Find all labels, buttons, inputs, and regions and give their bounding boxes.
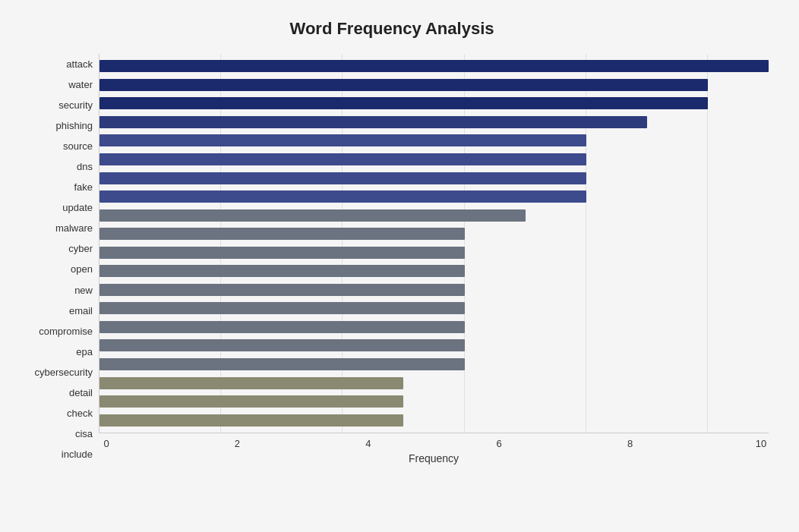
y-axis-label: update [62,203,93,212]
y-axis-label: security [58,100,93,110]
bar [99,79,708,91]
bar-row [99,245,769,260]
x-tick: 6 [491,438,507,449]
bar-row [99,96,769,111]
bar [99,339,465,351]
chart-container: Word Frequency Analysis attackwatersecur… [0,0,799,532]
bar-row [99,208,769,223]
y-axis-label: cisa [75,429,93,439]
bar [99,302,465,314]
bar [99,116,647,128]
bar [99,172,586,184]
bar-row [99,226,769,241]
bar-row [99,338,769,353]
bar [99,265,465,277]
bar [99,60,769,72]
chart-area: attackwatersecurityphishingsourcednsfake… [15,54,769,464]
chart-title: Word Frequency Analysis [15,15,769,39]
y-axis-label: compromise [39,326,93,336]
bar-row [99,189,769,204]
bar [99,414,403,427]
y-axis-label: cyber [68,244,93,253]
y-axis-label: new [74,285,93,295]
y-axis-label: source [63,141,93,151]
bar-row [99,171,769,186]
bar [99,228,465,240]
bar [99,247,465,259]
x-axis: 0246810 Frequency [99,433,769,464]
bar-row [99,320,769,335]
bar [99,153,586,165]
bar [99,284,465,296]
bar [99,190,586,203]
y-axis-label: water [68,80,93,90]
bar-row [99,413,769,428]
bar [99,209,526,222]
y-axis-label: include [62,449,93,459]
bar-row [99,58,769,74]
y-axis-label: detail [69,388,93,398]
bar-row [99,152,769,167]
x-tick: 4 [361,438,376,449]
y-axis-label: epa [76,347,93,357]
bar-row [99,133,769,148]
bars-inner [99,54,769,433]
bar [99,395,403,408]
y-axis-label: check [67,408,93,418]
y-axis-label: open [71,264,93,274]
y-axis-label: fake [74,182,93,192]
bar [99,97,708,109]
bar [99,377,403,389]
x-tick: 2 [229,438,245,449]
x-axis-label: Frequency [409,452,459,464]
x-tick: 10 [753,438,769,449]
bar [99,358,465,370]
bar-row [99,263,769,279]
y-axis: attackwatersecurityphishingsourcednsfake… [15,54,99,464]
bar [99,134,586,146]
bars-and-xaxis: 0246810 Frequency [99,54,769,464]
bar-row [99,394,769,409]
y-axis-label: phishing [56,121,93,131]
y-axis-label: dns [77,162,93,172]
y-axis-label: malware [55,223,93,233]
bars-area [99,54,769,433]
y-axis-label: attack [66,59,93,69]
bar-row [99,376,769,391]
bar-row [99,282,769,297]
bar-row [99,115,769,130]
x-tick: 8 [623,438,638,449]
bar [99,321,465,333]
x-ticks: 0246810 [99,438,769,449]
bar-row [99,77,769,93]
bar-row [99,301,769,316]
y-axis-label: cybersecurity [34,367,93,377]
bar-row [99,357,769,372]
x-tick: 0 [99,438,114,449]
y-axis-label: email [69,306,93,316]
